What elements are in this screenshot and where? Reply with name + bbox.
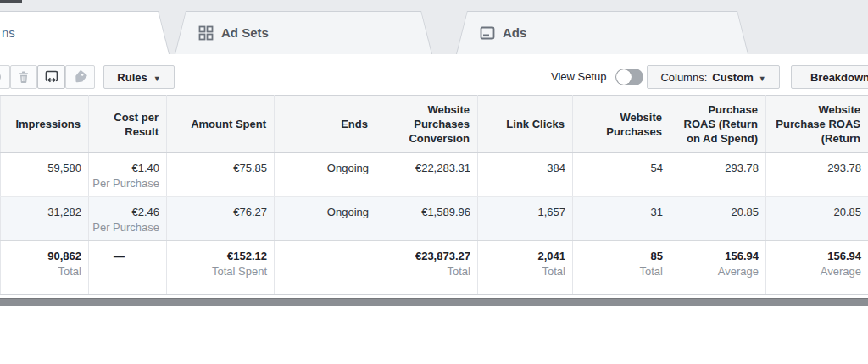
table-cell: Ongoing: [275, 153, 376, 197]
table-cell: €2.46Per Purchase: [89, 197, 167, 241]
browser-chrome-fragment: [0, 0, 22, 3]
totals-cell: 2,041Total: [478, 241, 573, 295]
tag-button[interactable]: [65, 65, 95, 89]
caret-down-icon: [759, 71, 766, 84]
totals-cell: 85Total: [573, 241, 670, 295]
table-cell: 20.85: [766, 197, 868, 241]
table-row[interactable]: 59,580 €1.40Per Purchase €75.85 Ongoing …: [1, 153, 868, 197]
tab-campaigns[interactable]: ns: [0, 11, 170, 54]
circle-icon: [0, 69, 8, 85]
tab-ad-sets-label: Ad Sets: [221, 25, 269, 40]
tab-ads[interactable]: Ads: [456, 11, 748, 54]
rules-button[interactable]: Rules: [103, 65, 175, 89]
tag-icon: [73, 69, 88, 85]
clock-button[interactable]: [0, 65, 10, 89]
totals-cell: €23,873.27Total: [376, 241, 478, 295]
column-header-amount-spent[interactable]: Amount Spent: [167, 96, 275, 153]
horizontal-scrollbar[interactable]: [0, 298, 868, 306]
totals-cell: 90,862Total: [1, 241, 89, 295]
trash-icon: [17, 70, 31, 84]
tab-ad-sets[interactable]: Ad Sets: [175, 11, 432, 54]
view-setup-toggle[interactable]: [615, 69, 643, 85]
screen-icon: [480, 25, 495, 41]
table-row[interactable]: 31,282 €2.46Per Purchase €76.27 Ongoing …: [1, 197, 868, 241]
totals-cell: 156.94Average: [766, 241, 868, 295]
columns-button[interactable]: Columns: Custom: [647, 65, 780, 89]
caret-down-icon: [153, 71, 161, 84]
column-header-website-purchases-conversion[interactable]: Website Purchases Conversion: [376, 96, 478, 153]
column-header-website-purchases[interactable]: Website Purchases: [573, 96, 670, 153]
columns-button-prefix: Columns:: [660, 71, 707, 84]
header-row: Impressions Cost per Result Amount Spent…: [1, 96, 868, 153]
table-cell: €75.85: [167, 153, 275, 197]
tab-bar: ns Ad Sets: [0, 0, 868, 54]
table-cell: 31: [573, 197, 670, 241]
tab-ads-label: Ads: [503, 25, 526, 40]
column-header-website-purchase-roas[interactable]: Website Purchase ROAS (Return: [766, 96, 868, 153]
toolbar: Rules View Setup Columns: Custom Breakdo…: [0, 54, 868, 95]
column-header-impressions[interactable]: Impressions: [1, 96, 89, 153]
table-cell: 293.78: [670, 153, 766, 197]
totals-cell: [275, 241, 376, 295]
columns-button-value: Custom: [712, 71, 753, 84]
table-cell: 31,282: [1, 197, 89, 241]
totals-cell: €152.12Total Spent: [167, 241, 275, 295]
totals-cell: —: [89, 241, 167, 295]
totals-cell: 156.94Average: [670, 241, 766, 295]
breakdown-button[interactable]: Breakdown: [791, 65, 868, 89]
tab-campaigns-label: ns: [2, 25, 15, 40]
metrics-table: Impressions Cost per Result Amount Spent…: [0, 95, 868, 295]
delete-button[interactable]: [10, 65, 37, 89]
table-cell: €22,283.31: [376, 153, 478, 197]
totals-row: 90,862Total — €152.12Total Spent €23,873…: [1, 241, 868, 295]
column-header-link-clicks[interactable]: Link Clicks: [478, 96, 573, 153]
breakdown-button-label: Breakdown: [810, 71, 868, 84]
rules-button-label: Rules: [117, 71, 147, 84]
table-cell: 54: [573, 153, 670, 197]
table-cell: 384: [478, 153, 573, 197]
table-cell: €76.27: [167, 197, 275, 241]
table-cell: 293.78: [766, 153, 868, 197]
ads-manager-screen: ns Ad Sets: [0, 0, 868, 364]
view-setup-label: View Setup: [551, 65, 607, 89]
table-cell: 1,657: [478, 197, 573, 241]
table-cell: 20.85: [670, 197, 766, 241]
table-cell: €1.40Per Purchase: [89, 153, 167, 197]
divider: [0, 312, 868, 312]
swap-arrows-icon: [44, 69, 59, 85]
grid-icon: [198, 25, 214, 41]
table-cell: €1,589.96: [376, 197, 478, 241]
edit-button[interactable]: [37, 65, 65, 89]
column-header-ends[interactable]: Ends: [275, 96, 376, 153]
table-cell: Ongoing: [275, 197, 376, 241]
table-cell: 59,580: [1, 153, 89, 197]
column-header-cost-per-result[interactable]: Cost per Result: [89, 96, 167, 153]
toggle-knob: [616, 69, 632, 85]
column-header-purchase-roas[interactable]: Purchase ROAS (Return on Ad Spend): [670, 96, 766, 153]
